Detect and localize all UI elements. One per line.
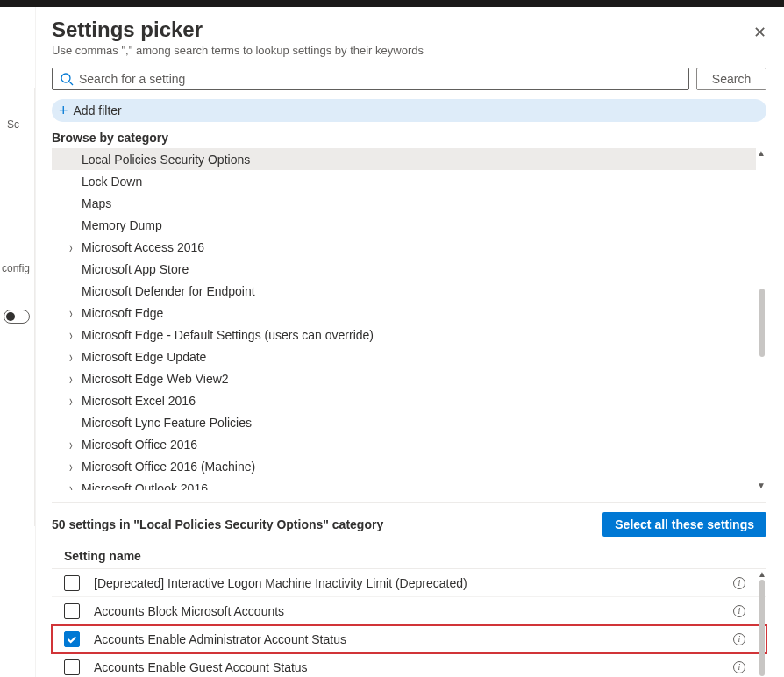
info-icon[interactable]: i	[733, 577, 745, 589]
info-icon[interactable]: i	[733, 605, 745, 617]
category-tree-item[interactable]: ›Microsoft Excel 2016	[52, 389, 756, 411]
search-field-wrap[interactable]	[52, 68, 689, 90]
add-filter-label: Add filter	[74, 103, 122, 118]
category-label: Microsoft Edge Update	[82, 350, 206, 364]
category-tree-item[interactable]: ›Microsoft Edge Web View2	[52, 367, 756, 389]
category-label: Local Policies Security Options	[82, 153, 250, 167]
checkbox[interactable]	[64, 603, 80, 619]
left-sidebar-peek: Sc config	[0, 88, 35, 526]
chevron-right-icon: ›	[69, 480, 82, 490]
category-label: Maps	[82, 196, 111, 210]
page-title: Settings picker	[52, 18, 424, 42]
category-tree-item[interactable]: ›Microsoft Access 2016	[52, 236, 756, 258]
category-tree-item[interactable]: Lock Down	[52, 170, 756, 192]
setting-row[interactable]: [Deprecated] Interactive Logon Machine I…	[52, 569, 766, 597]
chevron-right-icon: ›	[69, 392, 82, 409]
category-tree-item[interactable]: ›Microsoft Office 2016 (Machine)	[52, 455, 756, 477]
setting-label: Accounts Enable Administrator Account St…	[94, 632, 733, 646]
category-tree-item[interactable]: Microsoft App Store	[52, 258, 756, 280]
setting-row[interactable]: Accounts Enable Administrator Account St…	[52, 625, 766, 653]
setting-label: Accounts Enable Guest Account Status	[94, 660, 733, 674]
category-tree-item[interactable]: ›Microsoft Edge - Default Settings (user…	[52, 324, 756, 346]
settings-picker-panel: Settings picker Use commas "," among sea…	[35, 7, 784, 677]
divider	[52, 502, 766, 503]
info-icon[interactable]: i	[733, 661, 745, 673]
category-tree-item[interactable]: Microsoft Defender for Endpoint	[52, 280, 756, 302]
setting-label: Accounts Block Microsoft Accounts	[94, 604, 733, 618]
chevron-right-icon: ›	[69, 370, 82, 387]
select-all-button[interactable]: Select all these settings	[602, 512, 766, 537]
chevron-right-icon: ›	[69, 239, 82, 255]
close-icon[interactable]: ✕	[753, 18, 766, 42]
browse-label: Browse by category	[52, 131, 766, 145]
rows-scrollbar[interactable]	[759, 580, 765, 676]
category-tree-item[interactable]: ›Microsoft Office 2016	[52, 433, 756, 455]
settings-list: [Deprecated] Interactive Logon Machine I…	[52, 569, 766, 677]
chevron-right-icon: ›	[69, 326, 82, 343]
category-label: Microsoft Excel 2016	[82, 394, 196, 408]
tree-scrollbar[interactable]	[759, 289, 765, 357]
category-label: Microsoft Office 2016 (Machine)	[82, 460, 255, 474]
category-label: Memory Dump	[82, 218, 162, 232]
category-tree-item[interactable]: ›Microsoft Edge Update	[52, 346, 756, 367]
category-tree-item[interactable]: Microsoft Lync Feature Policies	[52, 411, 756, 433]
category-tree-item[interactable]: ›Microsoft Edge	[52, 302, 756, 324]
checkbox[interactable]	[64, 575, 80, 591]
chevron-right-icon: ›	[69, 436, 82, 453]
category-label: Microsoft Defender for Endpoint	[82, 284, 255, 298]
toggle-switch[interactable]	[4, 310, 30, 324]
category-tree[interactable]: Local Policies Security OptionsLock Down…	[52, 148, 766, 490]
svg-point-0	[61, 74, 70, 82]
search-button[interactable]: Search	[696, 68, 766, 90]
sidebar-item-fragment: config	[0, 262, 34, 274]
info-icon[interactable]: i	[733, 633, 745, 645]
category-label: Microsoft Edge - Default Settings (users…	[82, 328, 374, 342]
checkbox[interactable]	[64, 631, 80, 647]
category-label: Lock Down	[82, 175, 142, 189]
plus-icon: +	[59, 103, 68, 118]
svg-line-1	[69, 82, 73, 85]
scroll-up-icon[interactable]: ▲	[758, 569, 766, 579]
category-label: Microsoft Outlook 2016	[82, 481, 208, 491]
category-tree-item[interactable]: Maps	[52, 192, 756, 214]
category-label: Microsoft Lync Feature Policies	[82, 416, 252, 430]
chevron-right-icon: ›	[69, 304, 82, 321]
setting-label: [Deprecated] Interactive Logon Machine I…	[94, 576, 733, 590]
chevron-right-icon: ›	[69, 458, 82, 474]
scroll-down-icon[interactable]: ▼	[756, 481, 766, 490]
results-count: 50 settings in "Local Policies Security …	[52, 517, 383, 531]
checkbox[interactable]	[64, 659, 80, 675]
page-subtitle: Use commas "," among search terms to loo…	[52, 44, 424, 57]
chevron-right-icon: ›	[69, 348, 82, 365]
search-input[interactable]	[79, 72, 681, 86]
category-label: Microsoft Access 2016	[82, 240, 204, 254]
setting-row[interactable]: Accounts Enable Guest Account Statusi	[52, 653, 766, 677]
scroll-up-icon[interactable]: ▲	[756, 148, 766, 158]
top-bar	[0, 0, 784, 7]
column-header[interactable]: Setting name	[52, 544, 766, 569]
category-tree-item[interactable]: ›Microsoft Outlook 2016	[52, 477, 756, 490]
category-label: Microsoft Edge Web View2	[82, 372, 229, 386]
category-tree-item[interactable]: Memory Dump	[52, 214, 756, 236]
setting-row[interactable]: Accounts Block Microsoft Accountsi	[52, 597, 766, 625]
category-tree-item[interactable]: Local Policies Security Options	[52, 148, 756, 170]
category-label: Microsoft Office 2016	[82, 438, 197, 452]
sidebar-item-fragment: Sc	[0, 118, 34, 131]
add-filter-button[interactable]: + Add filter	[52, 99, 766, 122]
category-label: Microsoft App Store	[82, 262, 189, 276]
search-icon	[60, 72, 74, 86]
category-label: Microsoft Edge	[82, 306, 163, 320]
